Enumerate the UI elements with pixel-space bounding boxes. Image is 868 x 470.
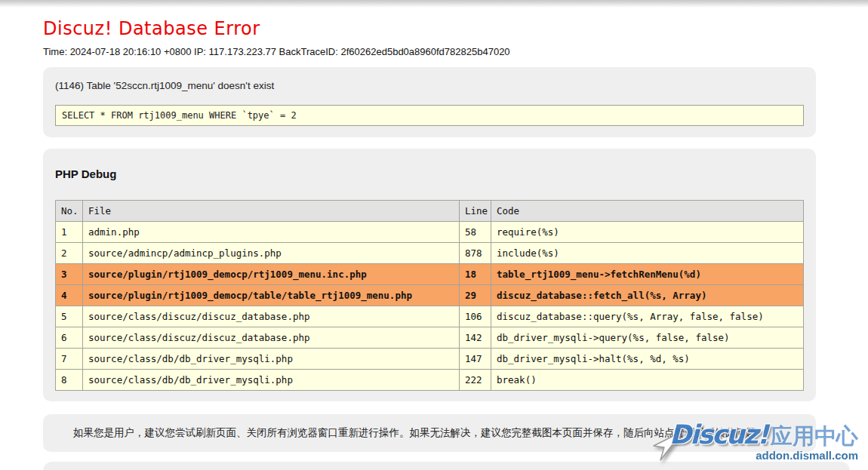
notice-box: 如果您是用户，建议您尝试刷新页面、关闭所有浏览器窗口重新进行操作。如果无法解决，… [43, 414, 816, 452]
cell-file: source/class/db/db_driver_mysqli.php [83, 370, 460, 391]
sql-query: SELECT * FROM rtj1009_menu WHERE `tpye` … [62, 110, 297, 121]
cell-no: 8 [56, 370, 83, 391]
table-row: 8source/class/db/db_driver_mysqli.php222… [56, 370, 804, 391]
cell-no: 1 [56, 222, 83, 243]
cell-code: break() [491, 370, 804, 391]
cell-file: source/class/discuz/discuz_database.php [83, 306, 460, 327]
cell-no: 4 [56, 285, 83, 306]
cell-line: 18 [460, 264, 491, 285]
cell-no: 7 [56, 349, 83, 370]
column-header-code: Code [491, 201, 804, 222]
table-row: 7source/class/db/db_driver_mysqli.php147… [56, 349, 804, 370]
cell-line: 142 [460, 327, 491, 349]
cell-file: source/class/discuz/discuz_database.php [83, 327, 460, 349]
php-debug-heading: PHP Debug [55, 168, 804, 180]
cell-code: discuz_database::fetch_all(%s, Array) [491, 285, 804, 306]
cell-code: require(%s) [491, 222, 804, 243]
cell-file: source/plugin/rtj1009_democp/rtj1009_men… [83, 264, 460, 285]
cell-no: 3 [56, 264, 83, 285]
cell-line: 29 [460, 285, 491, 306]
cell-file: source/admincp/admincp_plugins.php [83, 243, 460, 264]
cell-file: admin.php [83, 222, 460, 243]
table-row: 4source/plugin/rtj1009_democp/table/tabl… [56, 285, 804, 306]
error-page: Discuz! Database Error Time: 2024-07-18 … [0, 8, 868, 470]
cell-no: 2 [56, 243, 83, 264]
php-debug-box: PHP Debug No. File Line Code 1admin.php5… [43, 149, 816, 401]
cell-line: 58 [460, 222, 491, 243]
error-summary-box: (1146) Table '52sccn.rtj1009_menu' doesn… [43, 67, 816, 137]
column-header-line: Line [460, 201, 491, 222]
table-row: 1admin.php58require(%s) [56, 222, 804, 243]
cell-no: 6 [56, 327, 83, 349]
cell-line: 222 [460, 370, 491, 391]
cell-code: db_driver_mysqli->halt(%s, %d, %s) [491, 349, 804, 370]
error-message: (1146) Table '52sccn.rtj1009_menu' doesn… [55, 80, 804, 91]
cell-code: db_driver_mysqli->query(%s, false, false… [491, 327, 804, 349]
cell-line: 878 [460, 243, 491, 264]
error-meta: Time: 2024-07-18 20:16:10 +0800 IP: 117.… [43, 46, 868, 57]
table-row: 2source/admincp/admincp_plugins.php878in… [56, 243, 804, 264]
cell-line: 147 [460, 349, 491, 370]
cell-code: include(%s) [491, 243, 804, 264]
footer-partial-box [43, 462, 850, 470]
cell-file: source/class/db/db_driver_mysqli.php [83, 349, 460, 370]
cursor-arrow-icon [649, 427, 685, 463]
cell-file: source/plugin/rtj1009_democp/table/table… [83, 285, 460, 306]
table-row: 5source/class/discuz/discuz_database.php… [56, 306, 804, 327]
cell-no: 5 [56, 306, 83, 327]
php-debug-table: No. File Line Code 1admin.php58require(%… [55, 200, 804, 391]
column-header-file: File [83, 201, 460, 222]
top-edge-gradient [0, 0, 868, 8]
table-row: 3source/plugin/rtj1009_democp/rtj1009_me… [56, 264, 804, 285]
page-title: Discuz! Database Error [43, 18, 868, 39]
table-row: 6source/class/discuz/discuz_database.php… [56, 327, 804, 349]
table-header-row: No. File Line Code [56, 201, 804, 222]
sql-query-box: SELECT * FROM rtj1009_menu WHERE `tpye` … [55, 105, 804, 126]
cell-code: table_rtj1009_menu->fetchRenMenu(%d) [491, 264, 804, 285]
column-header-no: No. [56, 201, 83, 222]
cell-line: 106 [460, 306, 491, 327]
debug-table-body: 1admin.php58require(%s)2source/admincp/a… [56, 222, 804, 391]
cell-code: discuz_database::query(%s, Array, false,… [491, 306, 804, 327]
